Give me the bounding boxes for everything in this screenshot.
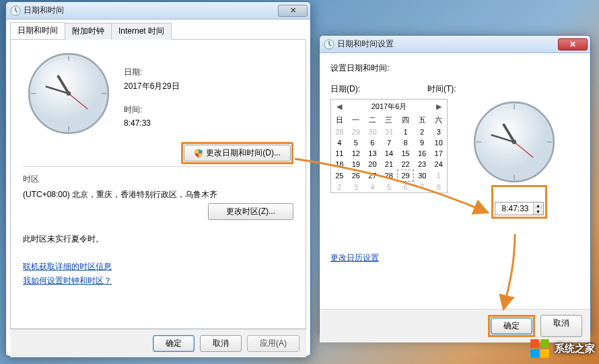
tab-internet-time[interactable]: Internet 时间 (111, 23, 172, 40)
ok-button[interactable]: 确定 (153, 335, 195, 352)
dialog-footer: 确定 取消 应用(A) (10, 329, 306, 357)
calendar-day[interactable]: 24 (430, 159, 447, 170)
svg-rect-28 (540, 349, 549, 358)
calendar-day[interactable]: 7 (414, 182, 431, 193)
calendar-day[interactable]: 1 (430, 170, 447, 182)
calendar-day[interactable]: 5 (381, 182, 398, 193)
date-value: 2017年6月29日 (124, 81, 180, 92)
time-input[interactable]: 8:47:33 (495, 203, 533, 215)
weekday-header: 一 (348, 114, 365, 126)
calendar-day[interactable]: 6 (364, 137, 381, 148)
svg-point-12 (67, 92, 71, 96)
calendar-day[interactable]: 30 (364, 126, 381, 137)
cancel-button[interactable]: 取消 (200, 335, 242, 352)
calendar-month: 2017年6月 (345, 102, 433, 112)
analog-clock (471, 99, 557, 185)
date-time-settings-window: 日期和时间设置 ✕ 设置日期和时间: 日期(D): 时间(T): ◀ 2017年… (319, 35, 591, 336)
ok-button[interactable]: 确定 (491, 318, 532, 334)
heading: 设置日期和时间: (330, 63, 579, 74)
calendar-day[interactable]: 9 (414, 137, 431, 148)
calendar-day[interactable]: 12 (348, 148, 365, 159)
calendar-day[interactable]: 15 (397, 148, 414, 159)
apply-button[interactable]: 应用(A) (247, 335, 300, 352)
calendar-day[interactable]: 29 (397, 170, 414, 182)
watermark: 系统之家 (529, 337, 595, 360)
timezone-section-label: 时区 (23, 174, 293, 185)
cancel-button[interactable]: 取消 (540, 315, 582, 337)
calendar-day[interactable]: 30 (414, 170, 431, 182)
app-icon (324, 39, 334, 50)
link-tz-info[interactable]: 联机获取详细的时区信息 (23, 261, 293, 272)
time-spinner[interactable]: 8:47:33 ▲ ▼ (495, 202, 544, 215)
calendar-day[interactable]: 10 (430, 137, 447, 148)
tab-datetime[interactable]: 日期和时间 (10, 22, 65, 39)
close-button[interactable]: ✕ (558, 38, 588, 50)
date-label: 日期(D): (330, 83, 360, 95)
weekday-header: 五 (414, 114, 431, 126)
tabstrip: 日期和时间 附加时钟 Internet 时间 (10, 22, 306, 40)
calendar-day[interactable]: 5 (348, 137, 365, 148)
svg-rect-26 (540, 339, 549, 348)
dst-note: 此时区未实行夏令时。 (23, 233, 293, 245)
date-label: 日期: (124, 67, 180, 78)
timezone-value: (UTC+08:00) 北京，重庆，香港特别行政区，乌鲁木齐 (23, 189, 293, 201)
calendar-day[interactable]: 1 (397, 126, 414, 137)
calendar-day[interactable]: 13 (364, 148, 381, 159)
calendar-day[interactable]: 6 (397, 182, 414, 193)
window-title: 日期和时间设置 (337, 38, 558, 50)
weekday-header: 四 (397, 114, 414, 126)
calendar[interactable]: ◀ 2017年6月 ▶ 日一二三四五六282930311234567891011… (330, 99, 448, 193)
spin-down-button[interactable]: ▼ (534, 209, 543, 215)
shield-icon (194, 149, 203, 158)
next-month-button[interactable]: ▶ (433, 102, 444, 111)
analog-clock (26, 50, 112, 137)
calendar-day[interactable]: 28 (331, 126, 348, 137)
titlebar[interactable]: 日期和时间 ✕ (6, 2, 310, 20)
time-label: 时间(T): (427, 83, 456, 95)
calendar-day[interactable]: 4 (364, 182, 381, 193)
change-calendar-settings-link[interactable]: 更改日历设置 (330, 252, 379, 264)
svg-rect-25 (530, 339, 539, 348)
calendar-day[interactable]: 21 (381, 159, 398, 170)
tab-panel: 日期: 2017年6月29日 时间: 8:47:33 更改日期和时间(D)...… (10, 40, 306, 329)
change-date-time-label: 更改日期和时间(D)... (206, 147, 281, 159)
calendar-day[interactable]: 16 (414, 148, 431, 159)
change-timezone-button[interactable]: 更改时区(Z)... (208, 203, 293, 220)
app-icon (10, 5, 21, 16)
calendar-day[interactable]: 17 (430, 148, 447, 159)
calendar-day[interactable]: 8 (430, 182, 447, 193)
calendar-day[interactable]: 26 (348, 170, 365, 182)
spin-up-button[interactable]: ▲ (534, 203, 543, 209)
weekday-header: 二 (364, 114, 381, 126)
prev-month-button[interactable]: ◀ (334, 102, 345, 111)
calendar-day[interactable]: 28 (381, 170, 398, 182)
calendar-day[interactable]: 20 (364, 159, 381, 170)
calendar-day[interactable]: 22 (397, 159, 414, 170)
calendar-day[interactable]: 18 (331, 159, 348, 170)
weekday-header: 三 (381, 114, 398, 126)
calendar-day[interactable]: 2 (331, 182, 348, 193)
titlebar[interactable]: 日期和时间设置 ✕ (320, 36, 590, 53)
link-how-to-set[interactable]: 我如何设置时钟和时区？ (23, 275, 293, 287)
calendar-day[interactable]: 23 (414, 159, 431, 170)
calendar-day[interactable]: 2 (414, 126, 431, 137)
calendar-day[interactable]: 11 (331, 148, 348, 159)
calendar-day[interactable]: 14 (381, 148, 398, 159)
svg-rect-27 (530, 349, 539, 358)
calendar-day[interactable]: 7 (381, 137, 398, 148)
calendar-day[interactable]: 3 (348, 182, 365, 193)
calendar-day[interactable]: 19 (348, 159, 365, 170)
date-time-window: 日期和时间 ✕ 日期和时间 附加时钟 Internet 时间 (5, 1, 311, 357)
calendar-day[interactable]: 3 (430, 126, 447, 137)
calendar-day[interactable]: 29 (348, 126, 365, 137)
close-button[interactable]: ✕ (278, 5, 308, 17)
tab-additional-clocks[interactable]: 附加时钟 (65, 23, 112, 40)
calendar-day[interactable]: 4 (331, 137, 348, 148)
change-date-time-button[interactable]: 更改日期和时间(D)... (184, 145, 291, 161)
time-label: 时间: (124, 104, 180, 116)
calendar-day[interactable]: 27 (364, 170, 381, 182)
svg-point-24 (512, 140, 516, 144)
calendar-day[interactable]: 8 (397, 137, 414, 148)
calendar-day[interactable]: 31 (381, 126, 398, 137)
calendar-day[interactable]: 25 (331, 170, 348, 182)
